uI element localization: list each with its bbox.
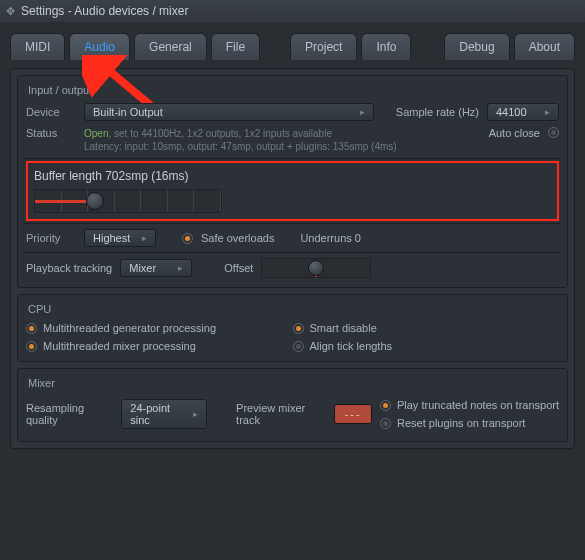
titlebar[interactable]: ✥ Settings - Audio devices / mixer (0, 0, 585, 22)
mixer-opt2-label: Reset plugins on transport (397, 417, 525, 429)
resampling-value: 24-point sinc (130, 402, 185, 426)
chevron-down-icon: ▸ (537, 107, 550, 117)
playback-tracking-value: Mixer (129, 262, 156, 274)
cpu-opt3-radio[interactable] (293, 323, 304, 334)
underruns-label: Underruns 0 (300, 232, 361, 244)
tab-about[interactable]: About (514, 33, 575, 60)
device-combo[interactable]: Built-in Output ▸ (84, 103, 374, 121)
status-label: Status (26, 127, 76, 139)
group-cpu: CPU Multithreaded generator processing M… (17, 294, 568, 362)
mixer-opt1-label: Play truncated notes on transport (397, 399, 559, 411)
group-title-mixer: Mixer (26, 375, 559, 393)
offset-label: Offset (224, 262, 253, 274)
device-value: Built-in Output (93, 106, 163, 118)
group-io: Input / output Device Built-in Output ▸ … (17, 75, 568, 288)
resampling-combo[interactable]: 24-point sinc ▸ (121, 399, 207, 429)
safe-overloads-label: Safe overloads (201, 232, 274, 244)
mixer-opt2-radio[interactable] (380, 418, 391, 429)
sample-rate-combo[interactable]: 44100 ▸ (487, 103, 559, 121)
tab-project[interactable]: Project (290, 33, 357, 60)
tab-file[interactable]: File (211, 33, 260, 60)
chevron-down-icon: ▸ (185, 409, 198, 419)
buffer-length-slider[interactable] (34, 189, 222, 213)
resampling-label: Resampling quality (26, 402, 113, 426)
priority-combo[interactable]: Highest ▸ (84, 229, 156, 247)
tab-debug[interactable]: Debug (444, 33, 509, 60)
cpu-opt4-radio[interactable] (293, 341, 304, 352)
chevron-down-icon: ▸ (352, 107, 365, 117)
tab-info[interactable]: Info (361, 33, 411, 60)
cpu-opt1-label: Multithreaded generator processing (43, 322, 216, 334)
status-text: Open, set to 44100Hz, 1x2 outputs, 1x2 i… (84, 127, 397, 153)
priority-label: Priority (26, 232, 76, 244)
priority-value: Highest (93, 232, 130, 244)
device-label: Device (26, 106, 76, 118)
auto-close-radio[interactable] (548, 127, 559, 138)
safe-overloads-radio[interactable] (182, 233, 193, 244)
offset-slider[interactable] (261, 258, 371, 278)
playback-tracking-combo[interactable]: Mixer ▸ (120, 259, 192, 277)
mixer-opt1-radio[interactable] (380, 400, 391, 411)
sample-rate-label: Sample rate (Hz) (396, 106, 479, 118)
auto-close-label: Auto close (489, 127, 540, 139)
group-title-io: Input / output (26, 82, 559, 100)
settings-panel: Input / output Device Built-in Output ▸ … (10, 68, 575, 449)
chevron-down-icon: ▸ (170, 263, 183, 273)
buffer-highlight: Buffer length 702smp (16ms) (26, 161, 559, 221)
cpu-opt2-radio[interactable] (26, 341, 37, 352)
window-title: Settings - Audio devices / mixer (21, 4, 188, 18)
tab-general[interactable]: General (134, 33, 207, 60)
move-icon: ✥ (6, 5, 15, 18)
preview-mixer-button[interactable]: --- (334, 404, 372, 424)
group-mixer: Mixer Resampling quality 24-point sinc ▸… (17, 368, 568, 442)
cpu-opt1-radio[interactable] (26, 323, 37, 334)
chevron-down-icon: ▸ (134, 233, 147, 243)
cpu-opt4-label: Align tick lengths (310, 340, 393, 352)
tab-audio[interactable]: Audio (69, 33, 130, 60)
tab-bar: MIDI Audio General File Project Info Deb… (0, 22, 585, 60)
sample-rate-value: 44100 (496, 106, 527, 118)
cpu-opt2-label: Multithreaded mixer processing (43, 340, 196, 352)
group-title-cpu: CPU (26, 301, 559, 319)
buffer-length-label: Buffer length 702smp (16ms) (34, 167, 551, 189)
playback-tracking-label: Playback tracking (26, 262, 112, 274)
cpu-opt3-label: Smart disable (310, 322, 377, 334)
tab-midi[interactable]: MIDI (10, 33, 65, 60)
preview-mixer-label: Preview mixer track (236, 402, 326, 426)
